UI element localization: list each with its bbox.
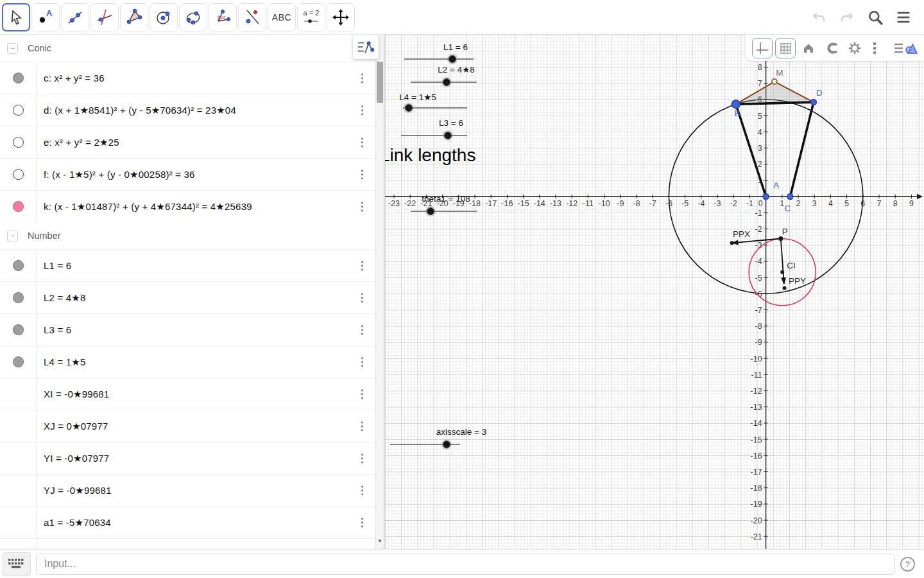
row-menu-button[interactable]	[359, 167, 366, 182]
visibility-toggle[interactable]	[13, 356, 24, 367]
slider-knob[interactable]	[443, 441, 450, 448]
visibility-toggle[interactable]	[13, 169, 24, 180]
point-C[interactable]	[787, 194, 793, 200]
redo-button[interactable]	[837, 7, 857, 28]
home-button[interactable]	[798, 38, 819, 58]
algebra-row: d: (x + 1★8541)² + (y - 5★70634)² = 23★0…	[0, 94, 384, 126]
row-menu-button[interactable]	[359, 199, 366, 215]
visibility-toggle[interactable]	[13, 292, 24, 303]
point-CI[interactable]	[780, 270, 784, 274]
point-A[interactable]	[763, 194, 769, 200]
algebra-sections: −Conicc: x² + y² = 36d: (x + 1★8541)² + …	[0, 35, 384, 549]
slider-knob[interactable]	[406, 105, 413, 112]
circle-with-center-tool[interactable]	[150, 3, 178, 31]
y-tick-label: -19	[751, 500, 762, 509]
visibility-toggle[interactable]	[13, 201, 24, 212]
x-tick-label: -13	[550, 199, 561, 208]
scrollbar-down-arrow[interactable]: ▼	[377, 538, 382, 544]
graphics-text-object[interactable]: Link lengths	[385, 145, 475, 165]
graphics-canvas[interactable]: -23-22-21-20-19-18-17-16-15-14-13-12-11-…	[385, 35, 924, 549]
algebra-expression[interactable]: c: x² + y² = 36	[37, 73, 384, 83]
y-tick-label: 8	[758, 63, 762, 72]
algebra-expression[interactable]: d: (x + 1★8541)² + (y - 5★70634)² = 23★0…	[37, 105, 384, 116]
point-D[interactable]	[810, 100, 816, 105]
point-PPX-point[interactable]	[730, 241, 734, 245]
view-style-button[interactable]	[891, 38, 920, 58]
scrollbar-thumb[interactable]	[377, 62, 383, 103]
text-tool[interactable]: ABC	[268, 3, 296, 31]
point-PPY-point[interactable]	[783, 286, 787, 290]
row-menu-button[interactable]	[359, 515, 366, 530]
reflect-icon	[243, 8, 262, 27]
algebra-style-button[interactable]	[353, 35, 379, 59]
menu-button[interactable]	[893, 7, 914, 28]
slider-tool[interactable]: a = 2	[297, 3, 325, 31]
row-menu-button[interactable]	[359, 419, 366, 434]
algebra-scrollbar[interactable]: ▼	[375, 35, 384, 549]
algebra-expression[interactable]: L4 = 1★5	[37, 356, 384, 368]
slider-knob[interactable]	[445, 132, 452, 139]
conic-through-points-tool[interactable]	[179, 3, 207, 31]
slider-knob[interactable]	[443, 79, 450, 86]
algebra-expression[interactable]: k: (x - 1★01487)² + (y + 4★67344)² = 4★2…	[37, 201, 384, 213]
algebra-expression[interactable]: a1 = -5★70634	[37, 517, 384, 529]
algebra-expression[interactable]: XJ = 0★07977	[37, 421, 384, 432]
algebra-expression[interactable]: XI = -0★99681	[37, 389, 384, 400]
axes-toggle-button[interactable]	[752, 38, 773, 58]
row-menu-button[interactable]	[359, 290, 366, 306]
slider-knob[interactable]	[427, 208, 434, 215]
algebra-expression[interactable]: L1 = 6	[37, 260, 384, 271]
x-tick-label: 1	[780, 199, 784, 208]
row-menu-button[interactable]	[359, 355, 366, 370]
help-button[interactable]: ?	[900, 557, 915, 572]
collapse-section-button[interactable]: −	[7, 43, 18, 54]
visibility-toggle[interactable]	[13, 73, 24, 83]
algebra-expression[interactable]: L3 = 6	[37, 324, 384, 335]
kebab-icon	[869, 40, 880, 56]
perpendicular-line-tool[interactable]	[90, 3, 119, 31]
undo-button[interactable]	[809, 7, 829, 28]
geogebra-app: A	[0, 0, 924, 578]
row-menu-button[interactable]	[359, 71, 366, 86]
slider-knob[interactable]	[449, 56, 456, 63]
point-M[interactable]	[772, 79, 777, 84]
row-menu-button[interactable]	[359, 451, 366, 466]
visibility-toggle[interactable]	[13, 324, 24, 335]
search-button[interactable]	[865, 7, 886, 28]
point-B[interactable]	[732, 100, 740, 109]
command-input[interactable]	[36, 554, 895, 575]
reflect-about-line-tool[interactable]	[238, 3, 266, 31]
algebra-expression[interactable]: f: (x - 1★5)² + (y - 0★00258)² = 36	[37, 169, 384, 180]
move-graphics-view-tool[interactable]	[327, 3, 355, 31]
point-tool[interactable]: A	[31, 3, 60, 31]
svg-text:a: a	[223, 14, 225, 20]
collapse-section-button[interactable]: −	[7, 231, 18, 241]
algebra-expression[interactable]: e: x² + y² = 2★25	[37, 137, 384, 148]
row-menu-button[interactable]	[359, 258, 366, 274]
move-pointer-tool[interactable]	[2, 3, 30, 31]
row-menu-button[interactable]	[359, 483, 366, 498]
row-menu-button[interactable]	[359, 322, 366, 338]
visibility-cell	[0, 314, 37, 346]
more-options-button[interactable]	[868, 38, 882, 58]
row-menu-button[interactable]	[359, 103, 366, 118]
algebra-expression[interactable]: YI = -0★07977	[37, 453, 384, 464]
settings-button[interactable]	[844, 38, 865, 58]
x-tick-label: -10	[599, 199, 610, 208]
svg-text:A: A	[46, 8, 53, 18]
visibility-toggle[interactable]	[13, 105, 24, 116]
snap-to-grid-button[interactable]	[821, 38, 842, 58]
visibility-toggle[interactable]	[13, 260, 24, 271]
line-tool[interactable]	[61, 3, 89, 31]
row-menu-button[interactable]	[359, 387, 366, 402]
graphics-view[interactable]: -23-22-21-20-19-18-17-16-15-14-13-12-11-…	[385, 35, 924, 549]
keyboard-button[interactable]	[3, 552, 31, 576]
algebra-expression[interactable]: L2 = 4★8	[37, 292, 384, 304]
polygon-tool[interactable]	[120, 3, 148, 31]
angle-tool[interactable]: a	[209, 3, 237, 31]
algebra-expression[interactable]: YJ = -0★99681	[37, 485, 384, 496]
grid-toggle-button[interactable]	[775, 38, 796, 58]
row-menu-button[interactable]	[359, 135, 366, 150]
visibility-toggle[interactable]	[13, 137, 24, 148]
point-P[interactable]	[778, 236, 783, 241]
